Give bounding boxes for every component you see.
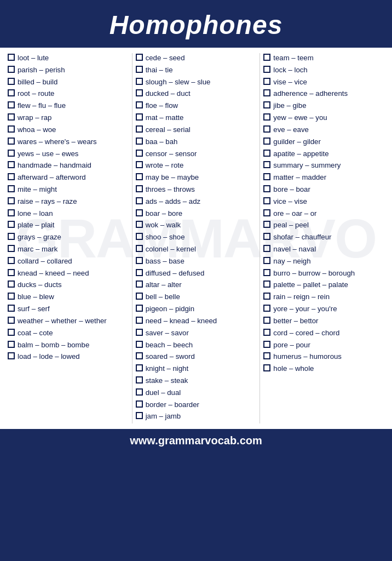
checkbox-icon[interactable] (8, 125, 15, 133)
checkbox-icon[interactable] (136, 54, 143, 61)
checkbox-icon[interactable] (136, 125, 143, 133)
checkbox-icon[interactable] (8, 317, 15, 324)
checkbox-icon[interactable] (136, 150, 143, 157)
list-item: may be – maybe (136, 173, 257, 182)
item-label: floe – flow (146, 101, 257, 111)
checkbox-icon[interactable] (8, 305, 15, 312)
checkbox-icon[interactable] (8, 197, 15, 204)
list-item: load – lode – lowed (8, 352, 129, 362)
checkbox-icon[interactable] (136, 245, 143, 252)
checkbox-icon[interactable] (136, 78, 143, 85)
checkbox-icon[interactable] (263, 293, 270, 300)
checkbox-icon[interactable] (263, 280, 270, 288)
checkbox-icon[interactable] (263, 233, 270, 240)
item-label: ads – adds – adz (146, 197, 257, 207)
checkbox-icon[interactable] (263, 317, 270, 324)
checkbox-icon[interactable] (136, 305, 143, 312)
checkbox-icon[interactable] (263, 245, 270, 252)
item-label: soared – sword (146, 352, 257, 362)
item-label: burro – burrow – borough (273, 268, 384, 278)
checkbox-icon[interactable] (8, 221, 15, 228)
checkbox-icon[interactable] (263, 78, 270, 85)
checkbox-icon[interactable] (136, 269, 143, 276)
list-item: vice – vise (263, 197, 384, 207)
checkbox-icon[interactable] (263, 341, 270, 348)
checkbox-icon[interactable] (136, 293, 143, 300)
checkbox-icon[interactable] (263, 185, 270, 192)
checkbox-icon[interactable] (136, 197, 143, 204)
checkbox-icon[interactable] (136, 364, 143, 371)
checkbox-icon[interactable] (136, 89, 143, 96)
checkbox-icon[interactable] (263, 269, 270, 276)
item-label: billed – build (18, 77, 129, 87)
checkbox-icon[interactable] (8, 257, 15, 264)
checkbox-icon[interactable] (136, 352, 143, 359)
checkbox-icon[interactable] (136, 66, 143, 73)
checkbox-icon[interactable] (136, 173, 143, 180)
checkbox-icon[interactable] (8, 161, 15, 168)
checkbox-icon[interactable] (263, 197, 270, 204)
list-item: pore – pour (263, 340, 384, 350)
checkbox-icon[interactable] (136, 388, 143, 396)
checkbox-icon[interactable] (8, 269, 15, 276)
checkbox-icon[interactable] (263, 352, 270, 359)
checkbox-icon[interactable] (136, 161, 143, 168)
checkbox-icon[interactable] (136, 341, 143, 348)
checkbox-icon[interactable] (136, 376, 143, 383)
checkbox-icon[interactable] (263, 221, 270, 228)
checkbox-icon[interactable] (136, 329, 143, 336)
checkbox-icon[interactable] (263, 101, 270, 108)
checkbox-icon[interactable] (8, 113, 15, 121)
footer-url[interactable]: www.grammarvocab.com (130, 434, 262, 446)
checkbox-icon[interactable] (8, 352, 15, 359)
item-label: parish – perish (18, 65, 129, 75)
checkbox-icon[interactable] (136, 185, 143, 192)
checkbox-icon[interactable] (263, 209, 270, 216)
list-item: wok – walk (136, 220, 257, 230)
checkbox-icon[interactable] (136, 138, 143, 145)
checkbox-icon[interactable] (263, 257, 270, 264)
checkbox-icon[interactable] (8, 245, 15, 252)
checkbox-icon[interactable] (8, 101, 15, 108)
checkbox-icon[interactable] (136, 209, 143, 216)
checkbox-icon[interactable] (136, 317, 143, 324)
checkbox-icon[interactable] (263, 138, 270, 145)
checkbox-icon[interactable] (8, 173, 15, 180)
checkbox-icon[interactable] (263, 125, 270, 133)
checkbox-icon[interactable] (136, 221, 143, 228)
list-item: diffused – defused (136, 268, 257, 278)
checkbox-icon[interactable] (8, 209, 15, 216)
checkbox-icon[interactable] (8, 150, 15, 157)
checkbox-icon[interactable] (136, 280, 143, 288)
checkbox-icon[interactable] (136, 233, 143, 240)
checkbox-icon[interactable] (263, 66, 270, 73)
checkbox-icon[interactable] (263, 364, 270, 371)
checkbox-icon[interactable] (8, 138, 15, 145)
checkbox-icon[interactable] (263, 54, 270, 61)
checkbox-icon[interactable] (8, 280, 15, 288)
checkbox-icon[interactable] (136, 113, 143, 121)
checkbox-icon[interactable] (263, 329, 270, 336)
checkbox-icon[interactable] (263, 173, 270, 180)
item-label: lock – loch (273, 65, 384, 75)
checkbox-icon[interactable] (8, 293, 15, 300)
checkbox-icon[interactable] (136, 257, 143, 264)
checkbox-icon[interactable] (8, 54, 15, 61)
item-label: shofar – chauffeur (273, 232, 384, 242)
checkbox-icon[interactable] (263, 113, 270, 121)
checkbox-icon[interactable] (136, 400, 143, 408)
checkbox-icon[interactable] (8, 78, 15, 85)
checkbox-icon[interactable] (136, 412, 143, 419)
checkbox-icon[interactable] (263, 89, 270, 96)
checkbox-icon[interactable] (8, 329, 15, 336)
checkbox-icon[interactable] (263, 150, 270, 157)
checkbox-icon[interactable] (8, 233, 15, 240)
checkbox-icon[interactable] (8, 185, 15, 192)
checkbox-icon[interactable] (8, 341, 15, 348)
checkbox-icon[interactable] (263, 161, 270, 168)
item-label: cereal – serial (146, 125, 257, 135)
checkbox-icon[interactable] (8, 89, 15, 96)
checkbox-icon[interactable] (263, 305, 270, 312)
checkbox-icon[interactable] (136, 101, 143, 108)
checkbox-icon[interactable] (8, 66, 15, 73)
